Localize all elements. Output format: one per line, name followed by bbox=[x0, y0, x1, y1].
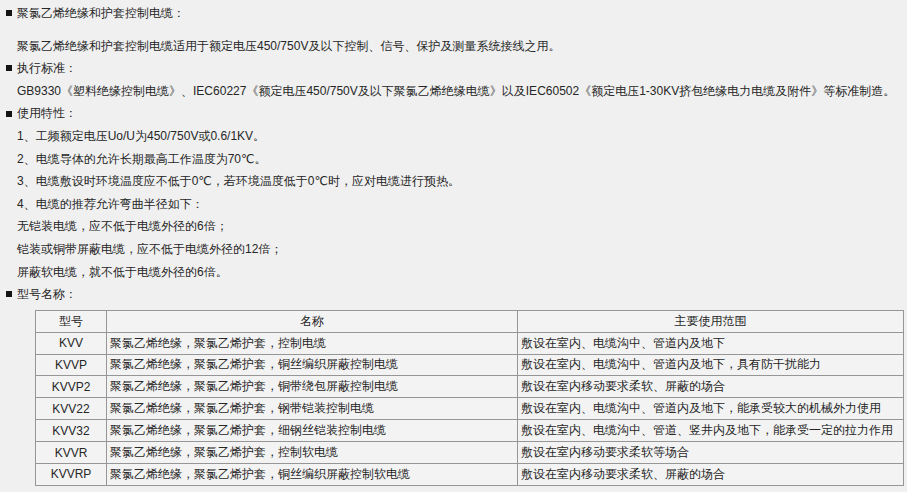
cell-usage: 敷设在室内、电缆沟中、管道内及地下 bbox=[518, 332, 904, 354]
cell-name: 聚氯乙烯绝缘，聚氯乙烯护套，铜丝编织屏蔽控制软电缆 bbox=[107, 463, 518, 485]
section-heading-label: 使用特性： bbox=[17, 106, 77, 120]
table-row: KVVR 聚氯乙烯绝缘，聚氯乙烯护套，控制软电缆 敷设在室内移动要求柔软等场合 bbox=[36, 442, 904, 464]
list-item-text: 4、电缆的推荐允许弯曲半径如下： bbox=[17, 197, 204, 211]
section-heading-characteristics: 使用特性： bbox=[0, 102, 907, 125]
paragraph-standards: GB9330《塑料绝缘控制电缆》、IEC60227《额定电压450/750V及以… bbox=[0, 80, 907, 103]
cell-name: 聚氯乙烯绝缘，聚氯乙烯护套，铜带绕包屏蔽控制电缆 bbox=[107, 376, 518, 398]
cell-usage: 敷设在室内、电缆沟中、管道内及地下，能承受较大的机械外力使用 bbox=[518, 398, 904, 420]
table-header-row: 型号 名称 主要使用范围 bbox=[36, 310, 904, 332]
bullet-square-icon bbox=[6, 10, 12, 16]
list-item-bending-radius: 4、电缆的推荐允许弯曲半径如下： bbox=[0, 193, 907, 216]
table-row: KVVP2 聚氯乙烯绝缘，聚氯乙烯护套，铜带绕包屏蔽控制电缆 敷设在室内移动要求… bbox=[36, 376, 904, 398]
paragraph-text: 屏蔽软电缆，就不低于电缆外径的6倍。 bbox=[17, 265, 228, 279]
cell-model: KVV32 bbox=[36, 420, 107, 442]
list-item-text: 2、电缆导体的允许长期最高工作温度为70℃。 bbox=[17, 152, 267, 166]
list-item-temperature: 2、电缆导体的允许长期最高工作温度为70℃。 bbox=[0, 148, 907, 171]
paragraph-unarmored: 无铠装电缆，应不低于电缆外径的6倍； bbox=[0, 215, 907, 238]
cell-usage: 敷设在室内移动要求柔软、屏蔽的场合 bbox=[518, 463, 904, 485]
cell-name: 聚氯乙烯绝缘，聚氯乙烯护套，细钢丝铠装控制电缆 bbox=[107, 420, 518, 442]
table-row: KVVRP 聚氯乙烯绝缘，聚氯乙烯护套，铜丝编织屏蔽控制软电缆 敷设在室内移动要… bbox=[36, 463, 904, 485]
cell-model: KVVR bbox=[36, 442, 107, 464]
cable-model-table: 型号 名称 主要使用范围 KVV 聚氯乙烯绝缘，聚氯乙烯护套，控制电缆 敷设在室… bbox=[35, 310, 904, 486]
list-item-text: 1、工频额定电压Uo/U为450/750V或0.6/1KV。 bbox=[17, 129, 265, 143]
column-header-usage: 主要使用范围 bbox=[518, 310, 904, 332]
section-heading-label: 型号名称： bbox=[17, 287, 77, 301]
section-heading-product: 聚氯乙烯绝缘和护套控制电缆： bbox=[0, 2, 907, 25]
cell-model: KVV22 bbox=[36, 398, 107, 420]
cell-usage: 敷设在室内、电缆沟中、管道、竖井内及地下，能承受一定的拉力作用 bbox=[518, 420, 904, 442]
document-body: 聚氯乙烯绝缘和护套控制电缆： 聚氯乙烯绝缘和护套控制电缆适用于额定电压450/7… bbox=[0, 2, 907, 486]
bullet-square-icon bbox=[6, 291, 12, 297]
table-row: KVV22 聚氯乙烯绝缘，聚氯乙烯护套，钢带铠装控制电缆 敷设在室内、电缆沟中、… bbox=[36, 398, 904, 420]
list-item-text: 3、电缆敷设时环境温度应不低于0℃，若环境温度低于0℃时，应对电缆进行预热。 bbox=[17, 174, 460, 188]
column-header-name: 名称 bbox=[107, 310, 518, 332]
cell-usage: 敷设在室内移动要求柔软、屏蔽的场合 bbox=[518, 376, 904, 398]
table-row: KVV 聚氯乙烯绝缘，聚氯乙烯护套，控制电缆 敷设在室内、电缆沟中、管道内及地下 bbox=[36, 332, 904, 354]
cell-model: KVVP bbox=[36, 354, 107, 376]
bullet-square-icon bbox=[6, 65, 12, 71]
paragraph-product-usage: 聚氯乙烯绝缘和护套控制电缆适用于额定电压450/750V及以下控制、信号、保护及… bbox=[0, 35, 907, 58]
table-row: KVVP 聚氯乙烯绝缘，聚氯乙烯护套，铜丝编织屏蔽控制电缆 敷设在室内、电缆沟中… bbox=[36, 354, 904, 376]
cell-name: 聚氯乙烯绝缘，聚氯乙烯护套，铜丝编织屏蔽控制电缆 bbox=[107, 354, 518, 376]
cell-usage: 敷设在室内、电缆沟中、管道内及地下，具有防干扰能力 bbox=[518, 354, 904, 376]
cell-model: KVVRP bbox=[36, 463, 107, 485]
cell-model: KVV bbox=[36, 332, 107, 354]
bullet-square-icon bbox=[6, 111, 12, 117]
list-item-voltage: 1、工频额定电压Uo/U为450/750V或0.6/1KV。 bbox=[0, 125, 907, 148]
paragraph-armored: 铠装或铜带屏蔽电缆，应不低于电缆外径的12倍； bbox=[0, 238, 907, 261]
paragraph-text: 铠装或铜带屏蔽电缆，应不低于电缆外径的12倍； bbox=[17, 242, 282, 256]
section-heading-standards: 执行标准： bbox=[0, 57, 907, 80]
cell-name: 聚氯乙烯绝缘，聚氯乙烯护套，钢带铠装控制电缆 bbox=[107, 398, 518, 420]
cell-name: 聚氯乙烯绝缘，聚氯乙烯护套，控制软电缆 bbox=[107, 442, 518, 464]
cell-usage: 敷设在室内移动要求柔软等场合 bbox=[518, 442, 904, 464]
paragraph-text: 无铠装电缆，应不低于电缆外径的6倍； bbox=[17, 219, 228, 233]
section-heading-label: 聚氯乙烯绝缘和护套控制电缆： bbox=[17, 6, 185, 20]
cell-model: KVVP2 bbox=[36, 376, 107, 398]
section-heading-label: 执行标准： bbox=[17, 61, 77, 75]
paragraph-text: 聚氯乙烯绝缘和护套控制电缆适用于额定电压450/750V及以下控制、信号、保护及… bbox=[17, 39, 560, 53]
column-header-model: 型号 bbox=[36, 310, 107, 332]
table-row: KVV32 聚氯乙烯绝缘，聚氯乙烯护套，细钢丝铠装控制电缆 敷设在室内、电缆沟中… bbox=[36, 420, 904, 442]
cell-name: 聚氯乙烯绝缘，聚氯乙烯护套，控制电缆 bbox=[107, 332, 518, 354]
section-heading-model-names: 型号名称： bbox=[0, 283, 907, 306]
paragraph-shielded-flexible: 屏蔽软电缆，就不低于电缆外径的6倍。 bbox=[0, 261, 907, 284]
paragraph-text: GB9330《塑料绝缘控制电缆》、IEC60227《额定电压450/750V及以… bbox=[17, 84, 895, 98]
product-doc-page: { "colors": { "background": "#f0f0f0", "… bbox=[0, 0, 907, 492]
list-item-laying-temperature: 3、电缆敷设时环境温度应不低于0℃，若环境温度低于0℃时，应对电缆进行预热。 bbox=[0, 170, 907, 193]
